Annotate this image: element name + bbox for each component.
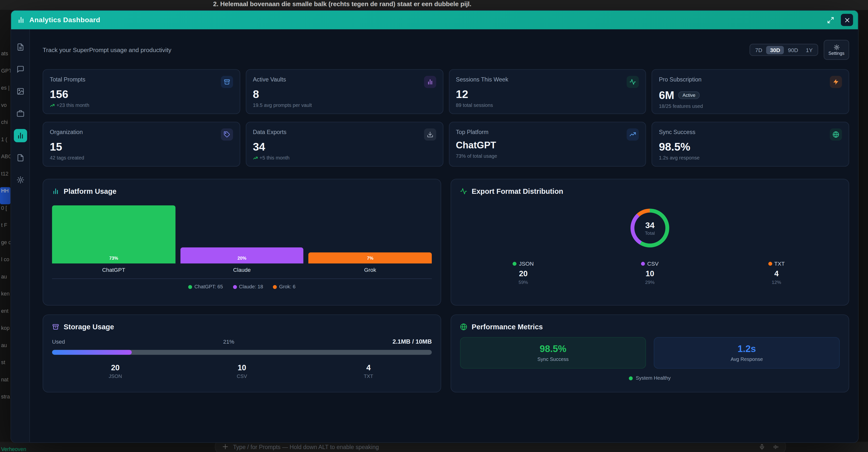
analytics-dashboard-modal: Analytics Dashboard	[11, 10, 859, 443]
dashboard-subtitle: Track your SuperPrompt usage and product…	[43, 47, 171, 53]
stat-label: Pro Subscription	[659, 76, 702, 83]
stat-card-organization: Organization 15 42 tags created	[43, 122, 240, 167]
platform-usage-panel: Platform Usage 73% 20% 7% ChatGPT	[43, 179, 441, 305]
legend-dot	[768, 262, 772, 266]
stat-card-active-vaults: Active Vaults 8 19.5 avg prompts per vau…	[246, 69, 443, 114]
archive-icon	[221, 76, 233, 88]
panel-title: Export Format Distribution	[471, 187, 563, 195]
globe-icon	[830, 128, 842, 141]
status-text: System Healthy	[636, 375, 671, 381]
range-30d[interactable]: 30D	[766, 46, 784, 54]
stat-sub: 18/25 features used	[659, 103, 842, 109]
plus-icon[interactable]	[222, 443, 228, 450]
bar-chart-icon	[17, 16, 25, 24]
dist-col-json: JSON 20 59%	[460, 261, 587, 285]
panel-title: Storage Usage	[64, 323, 114, 331]
stat-sub: 89 total sessions	[456, 102, 639, 108]
modal-title: Analytics Dashboard	[29, 16, 100, 24]
status-badge: Active	[678, 91, 700, 99]
stat-sub: 42 tags created	[50, 155, 233, 160]
background-left-fragments: atsGPTes |vochi1 (ABCt12HH0 [t Fge cl co…	[0, 10, 11, 442]
trend-up-icon	[253, 155, 258, 160]
background-chat-message: 2. Helemaal bovenaan die smalle balk (re…	[213, 0, 471, 7]
stat-value: ChatGPT	[456, 141, 639, 151]
activity-icon	[460, 188, 467, 195]
stat-card-total-prompts: Total Prompts 156 +23 this month	[43, 69, 240, 114]
composer-placeholder[interactable]: Type / for Prompts — Hold down ALT to en…	[233, 443, 379, 450]
stat-label: Organization	[50, 128, 83, 135]
panel-title: Platform Usage	[64, 187, 117, 195]
screen: 2. Helemaal bovenaan die smalle balk (re…	[0, 0, 868, 452]
sidebar-item-images[interactable]	[13, 85, 27, 98]
bar-chatgpt: 73%	[52, 205, 175, 263]
storage-progress-bar	[52, 350, 432, 355]
microphone-icon[interactable]	[759, 444, 765, 450]
donut-total-value: 34	[645, 221, 654, 229]
dist-value: 10	[587, 269, 713, 278]
stat-card-pro-subscription: Pro Subscription 6M Active 18/25 feature…	[652, 69, 849, 114]
sidebar-item-chat[interactable]	[13, 62, 27, 76]
status-dot-icon	[629, 376, 633, 380]
storage-used-label: Used	[52, 338, 65, 344]
stats-grid: Total Prompts 156 +23 this month	[43, 69, 849, 167]
download-icon	[424, 128, 436, 141]
voice-waveform-icon[interactable]	[773, 444, 779, 450]
sidebar-item-prompts[interactable]	[13, 40, 27, 54]
panel-title: Performance Metrics	[471, 323, 542, 331]
dist-value: 20	[460, 269, 587, 278]
sidebar-item-toolbox[interactable]	[13, 107, 27, 120]
bar-category-label: Claude	[180, 267, 303, 273]
modal-titlebar: Analytics Dashboard	[11, 10, 858, 29]
legend-dot	[513, 262, 517, 266]
legend-item: ChatGPT: 65	[188, 284, 223, 289]
settings-button[interactable]: Settings	[824, 40, 849, 60]
sidebar-item-analytics[interactable]	[13, 129, 27, 142]
dist-col-csv: CSV 10 29%	[587, 261, 713, 285]
dist-col-txt: TXT 4 12%	[713, 261, 840, 285]
archive-icon	[52, 323, 59, 331]
stat-value: 156	[50, 88, 233, 100]
stat-sub: +5 this month	[253, 155, 436, 160]
legend-dot	[641, 262, 645, 266]
range-1y[interactable]: 1Y	[802, 46, 817, 54]
storage-amount: 2.1MB / 10MB	[393, 338, 432, 345]
bar-chart-icon	[424, 76, 436, 88]
sidebar-item-files[interactable]	[13, 151, 27, 164]
storage-breakdown: 20 JSON 10 CSV 4 TXT	[52, 363, 432, 379]
bar-grok: 7%	[309, 252, 432, 263]
dist-percent: 59%	[460, 279, 587, 285]
storage-col-txt: 4 TXT	[305, 363, 432, 379]
range-7d[interactable]: 7D	[751, 46, 766, 54]
export-distribution-panel: Export Format Distribution 34 Total	[451, 179, 849, 305]
globe-icon	[460, 323, 467, 331]
trending-up-icon	[627, 128, 639, 141]
stat-value: 12	[456, 88, 639, 100]
range-90d[interactable]: 90D	[784, 46, 802, 54]
stat-sub: 19.5 avg prompts per vault	[253, 102, 436, 108]
sidebar-item-settings[interactable]	[13, 173, 27, 187]
stat-label: Sync Success	[659, 128, 695, 135]
storage-col-csv: 10 CSV	[179, 363, 305, 379]
bar-chart-icon	[52, 188, 59, 195]
stat-card-top-platform: Top Platform ChatGPT 73% of total usage	[448, 122, 646, 167]
trend-up-icon	[50, 103, 55, 108]
stat-card-sessions: Sessions This Week 12 89 total sessions	[448, 69, 646, 114]
stat-value: 6M	[659, 89, 674, 101]
platform-legend: ChatGPT: 65 Claude: 18 Grok: 6	[52, 278, 432, 290]
close-button[interactable]	[841, 14, 853, 26]
legend-dot	[233, 285, 237, 289]
bar-value-label: 73%	[52, 256, 175, 261]
stat-label: Sessions This Week	[456, 76, 508, 83]
bar-category-label: Grok	[309, 267, 432, 273]
donut-ring: 34 Total	[630, 209, 669, 247]
expand-icon[interactable]	[825, 14, 836, 25]
zap-icon	[830, 76, 842, 88]
stat-card-sync-success: Sync Success 98.5% 1.2s avg response	[652, 122, 849, 167]
storage-progress-fill	[52, 350, 132, 355]
time-range-selector: 7D 30D 90D 1Y	[750, 44, 818, 56]
settings-button-label: Settings	[829, 51, 844, 56]
bar-value-label: 20%	[180, 256, 303, 261]
activity-icon	[627, 76, 639, 88]
sidebar	[11, 29, 30, 442]
bar-value-label: 7%	[309, 256, 432, 261]
